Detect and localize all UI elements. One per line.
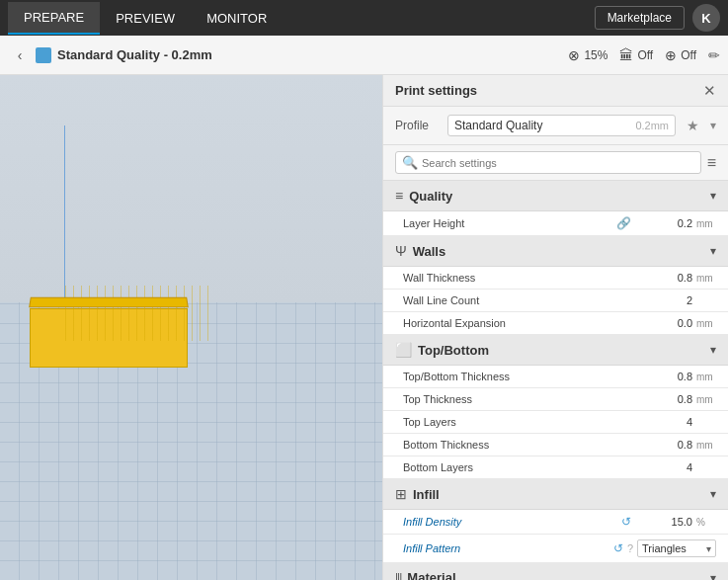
favorite-button[interactable]: ★ — [684, 118, 702, 133]
topbottom-thickness-unit: mm — [696, 372, 716, 382]
section-header-infill[interactable]: ⊞ Infill ▾ — [383, 479, 728, 510]
infill-icon: ⊞ — [395, 486, 407, 502]
layer-height-unit: mm — [696, 218, 716, 229]
top-layers-input[interactable] — [635, 416, 692, 428]
support-value: Off — [637, 48, 653, 62]
section-header-material[interactable]: ||| Material ▾ — [383, 563, 728, 580]
wall-line-count-input[interactable] — [635, 294, 692, 306]
horizontal-expansion-input[interactable] — [635, 317, 692, 329]
horizontal-expansion-unit: mm — [696, 318, 716, 329]
infill-title: Infill — [413, 487, 704, 502]
material-title: Material — [407, 570, 704, 580]
profile-select[interactable]: Standard Quality 0.2mm — [447, 115, 676, 136]
header-icons: ⊗ 15% 🏛 Off ⊕ Off ✏ — [568, 47, 720, 63]
percent-icon: ⊗ — [568, 47, 580, 63]
layer-height-input[interactable] — [635, 217, 692, 229]
infill-pattern-arrow: ▾ — [706, 543, 711, 554]
support-indicator: 🏛 Off — [619, 47, 653, 63]
setting-infill-density: Infill Density ↺ % — [383, 510, 728, 535]
3d-object — [30, 308, 188, 368]
setting-wall-thickness: Wall Thickness mm — [383, 267, 728, 290]
settings-menu-button[interactable]: ≡ — [707, 154, 716, 172]
setting-bottom-layers: Bottom Layers — [383, 456, 728, 479]
search-row: 🔍 ≡ — [383, 145, 728, 181]
bottom-thickness-value: mm — [635, 439, 716, 451]
profile-select-value: Standard Quality — [454, 119, 631, 132]
infill-pattern-help-icon[interactable]: ? — [627, 542, 633, 554]
wall-thickness-unit: mm — [696, 273, 716, 284]
panel-title: Print settings — [395, 83, 477, 98]
infill-density-label: Infill Density — [403, 516, 621, 528]
layer-height-link-icon[interactable]: 🔗 — [616, 216, 631, 230]
percent-value: 15% — [584, 48, 607, 62]
infill-pattern-reset-icon[interactable]: ↺ — [613, 541, 623, 555]
bottom-layers-label: Bottom Layers — [403, 461, 635, 473]
bottom-thickness-input[interactable] — [635, 439, 692, 451]
horizontal-expansion-value: mm — [635, 317, 716, 329]
setting-wall-line-count: Wall Line Count — [383, 290, 728, 312]
infill-pattern-dropdown[interactable]: Triangles ▾ — [637, 539, 716, 557]
bottom-layers-input[interactable] — [635, 461, 692, 473]
wall-thickness-input[interactable] — [635, 272, 692, 284]
profile-row: Profile Standard Quality 0.2mm ★ ▾ — [383, 107, 728, 145]
object-top-face — [29, 297, 189, 307]
quality-icon: ≡ — [395, 188, 403, 204]
quality-chevron: ▾ — [710, 189, 716, 203]
layer-height-label: Layer Height — [403, 217, 616, 229]
infill-pattern-value: ↺ ? Triangles ▾ — [613, 539, 716, 557]
search-container: 🔍 — [395, 151, 701, 174]
edit-button[interactable]: ✏ — [708, 47, 720, 63]
user-avatar[interactable]: K — [692, 4, 720, 32]
wall-line-count-label: Wall Line Count — [403, 294, 635, 306]
setting-topbottom-thickness: Top/Bottom Thickness mm — [383, 366, 728, 388]
setting-top-layers: Top Layers — [383, 411, 728, 434]
bottom-thickness-label: Bottom Thickness — [403, 439, 635, 451]
bottom-thickness-unit: mm — [696, 440, 716, 451]
quality-title: Quality — [409, 189, 704, 204]
topbottom-chevron: ▾ — [710, 343, 716, 357]
header-bar: ‹ Standard Quality - 0.2mm ⊗ 15% 🏛 Off ⊕… — [0, 36, 728, 75]
infill-chevron: ▾ — [710, 487, 716, 501]
section-header-walls[interactable]: Ψ Walls ▾ — [383, 236, 728, 267]
infill-density-reset-icon[interactable]: ↺ — [621, 515, 631, 529]
support-icon: 🏛 — [619, 47, 633, 63]
profile-indicator: Standard Quality - 0.2mm — [36, 47, 212, 63]
infill-density-unit: % — [696, 517, 716, 528]
collapse-button[interactable]: ‹ — [8, 43, 32, 67]
object-texture — [65, 286, 213, 341]
section-header-topbottom[interactable]: ⬜ Top/Bottom ▾ — [383, 335, 728, 366]
profile-chevron[interactable]: ▾ — [710, 119, 716, 132]
top-thickness-input[interactable] — [635, 393, 692, 405]
top-layers-value — [635, 416, 716, 428]
infill-density-input[interactable] — [635, 516, 692, 528]
top-thickness-value: mm — [635, 393, 716, 405]
3d-viewport — [0, 75, 382, 580]
panel-header: Print settings ✕ — [383, 75, 728, 107]
material-icon: ||| — [395, 571, 401, 581]
infill-pattern-label: Infill Pattern — [403, 542, 613, 554]
topbottom-thickness-label: Top/Bottom Thickness — [403, 371, 635, 382]
marketplace-button[interactable]: Marketplace — [595, 6, 685, 30]
setting-infill-pattern: Infill Pattern ↺ ? Triangles ▾ — [383, 535, 728, 563]
topbottom-thickness-input[interactable] — [635, 371, 692, 382]
profile-color-swatch — [36, 47, 51, 63]
layer-height-value: 🔗 mm — [616, 216, 716, 230]
adhesion-icon: ⊕ — [665, 47, 677, 63]
material-chevron: ▾ — [710, 571, 716, 581]
setting-bottom-thickness: Bottom Thickness mm — [383, 434, 728, 456]
main-layout: Print settings ✕ Profile Standard Qualit… — [0, 75, 728, 580]
top-navigation: PREPARE PREVIEW MONITOR Marketplace K — [0, 0, 728, 36]
adhesion-value: Off — [681, 48, 696, 62]
search-input[interactable] — [422, 157, 694, 169]
walls-chevron: ▾ — [710, 244, 716, 258]
print-settings-panel: Print settings ✕ Profile Standard Qualit… — [382, 75, 728, 580]
infill-pattern-selected: Triangles — [642, 542, 702, 554]
top-layers-label: Top Layers — [403, 416, 635, 428]
setting-layer-height: Layer Height 🔗 mm — [383, 211, 728, 236]
wall-line-count-value — [635, 294, 716, 306]
close-panel-button[interactable]: ✕ — [703, 83, 716, 98]
nav-tab-preview[interactable]: PREVIEW — [100, 3, 191, 34]
nav-tab-prepare[interactable]: PREPARE — [8, 2, 100, 35]
nav-tab-monitor[interactable]: MONITOR — [191, 3, 283, 34]
section-header-quality[interactable]: ≡ Quality ▾ — [383, 181, 728, 211]
